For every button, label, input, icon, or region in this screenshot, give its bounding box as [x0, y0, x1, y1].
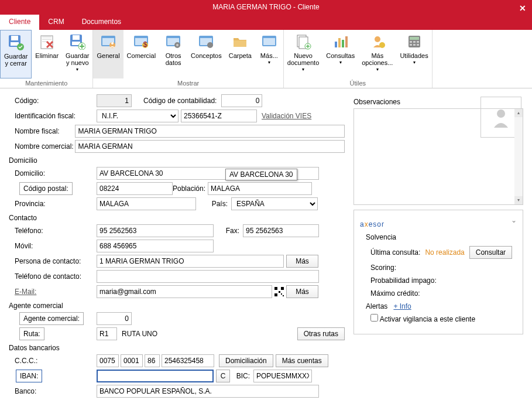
tab-documentos[interactable]: Documentos — [73, 15, 130, 30]
conceptos-button[interactable]: Conceptos — [187, 30, 225, 78]
tab-crm[interactable]: CRM — [39, 15, 73, 30]
mas-cuentas-button[interactable]: Más cuentas — [276, 354, 328, 367]
mas-button[interactable]: Más...▾ — [255, 30, 283, 78]
eliminar-button[interactable]: Eliminar — [32, 30, 62, 78]
ribbon: Guardar y cerrar Eliminar Guardar y nuev… — [0, 30, 532, 88]
mas-email-button[interactable]: Más — [286, 285, 318, 298]
vigilancia-label: Activar vigilancia a este cliente — [380, 315, 475, 323]
tab-cliente[interactable]: Cliente — [0, 15, 39, 30]
persona-contacto-label: Persona de contacto: — [9, 257, 97, 265]
telefono-input[interactable] — [97, 224, 214, 237]
fax-input[interactable] — [243, 224, 319, 237]
svg-rect-31 — [338, 38, 341, 47]
info-link[interactable]: + Info — [393, 302, 411, 310]
iban-input[interactable] — [97, 370, 214, 382]
poblacion-label: Población: — [173, 184, 208, 193]
email-label-link[interactable]: E-Mail: — [15, 288, 36, 296]
svg-point-20 — [176, 44, 179, 46]
movil-label: Móvil: — [9, 242, 97, 250]
ultima-consulta-label: Última consulta: — [370, 248, 420, 257]
codigo-postal-button[interactable]: Código postal: — [19, 182, 73, 195]
qr-icon[interactable] — [274, 287, 284, 296]
chevron-down-icon[interactable]: ⌄ — [511, 216, 517, 224]
provincia-label: Provincia: — [9, 200, 97, 208]
observaciones-textarea[interactable]: ▴ ▾ — [353, 108, 523, 205]
scrollbar[interactable]: ▴ ▾ — [514, 109, 523, 204]
iban-label-button[interactable]: IBAN: — [16, 370, 42, 382]
cp-input[interactable] — [97, 182, 173, 195]
consultas-button[interactable]: Consultas▾ — [322, 30, 358, 78]
ccc3-input[interactable] — [145, 354, 160, 367]
ruta-button[interactable]: Ruta: — [19, 327, 44, 340]
nombre-fiscal-input[interactable] — [75, 125, 345, 138]
movil-input[interactable] — [97, 240, 214, 252]
otras-rutas-button[interactable]: Otras rutas — [297, 327, 345, 340]
ccc2-input[interactable] — [121, 354, 143, 367]
ruta-code-input[interactable] — [97, 327, 117, 340]
comercial-button[interactable]: $ Comercial — [123, 30, 160, 78]
ccc4-input[interactable] — [162, 354, 214, 367]
bic-input[interactable] — [253, 370, 312, 382]
cod-contabilidad-label: Código de contabilidad: — [143, 97, 217, 105]
utilidades-button[interactable]: Utilidades▾ — [396, 30, 431, 78]
agente-button[interactable]: Agente comercial: — [19, 312, 84, 325]
mas-opciones-button[interactable]: Más opciones...▾ — [358, 30, 396, 78]
alertas-label: Alertas — [366, 302, 387, 310]
main-tabs: Cliente CRM Documentos — [0, 15, 532, 30]
nif-input[interactable] — [181, 110, 257, 122]
svg-rect-26 — [263, 38, 275, 45]
vies-link[interactable]: Validación VIES — [262, 112, 311, 120]
tel-contacto-input[interactable] — [97, 270, 319, 283]
pais-select[interactable]: ESPAÑA — [231, 197, 318, 210]
persona-contacto-input[interactable] — [97, 255, 284, 268]
vigilancia-checkbox[interactable] — [370, 314, 378, 322]
max-credito-label: Máximo crédito: — [370, 289, 517, 298]
c-button[interactable]: C — [216, 370, 230, 382]
nif-type-select[interactable]: N.I.F. — [97, 110, 179, 122]
scoring-label: Scoring: — [370, 264, 517, 272]
scroll-up-icon[interactable]: ▴ — [514, 109, 523, 117]
provincia-input[interactable] — [97, 197, 196, 210]
svg-rect-39 — [413, 41, 416, 43]
nombre-fiscal-label: Nombre fiscal: — [9, 127, 75, 135]
no-realizada-text: No realizada — [425, 248, 464, 257]
ccc1-input[interactable] — [97, 354, 119, 367]
otros-datos-button[interactable]: Otros datos — [159, 30, 187, 78]
ccc-label: C.C.C.: — [9, 357, 97, 365]
consultar-button[interactable]: Consultar — [469, 246, 512, 259]
codigo-input[interactable] — [97, 94, 132, 107]
comercial-icon: $ — [132, 32, 150, 51]
svg-rect-38 — [410, 41, 412, 43]
domicilio-heading: Domicilio — [9, 156, 345, 165]
fax-label: Fax: — [214, 227, 243, 235]
cod-contabilidad-input[interactable] — [221, 94, 262, 107]
general-button[interactable]: General — [93, 30, 123, 78]
prob-impago-label: Probabilidad impago: — [370, 276, 517, 285]
carpeta-button[interactable]: Carpeta — [225, 30, 255, 78]
tel-contacto-label: Teléfono de contacto: — [9, 272, 97, 281]
domicilio-tooltip: AV BARCELONA 30 — [225, 169, 297, 180]
mas-persona-button[interactable]: Más — [286, 255, 318, 268]
nuevo-documento-button[interactable]: Nuevo documento▾ — [284, 30, 322, 78]
consultas-icon — [331, 32, 350, 51]
agente-input[interactable] — [97, 312, 132, 325]
svg-point-34 — [375, 36, 380, 42]
mas-icon — [260, 32, 279, 51]
email-input[interactable] — [97, 285, 272, 298]
svg-rect-37 — [410, 37, 419, 40]
domiciliacion-button[interactable]: Domiciliación — [219, 354, 273, 367]
bic-label: BIC: — [230, 372, 253, 380]
banco-input[interactable] — [97, 385, 319, 398]
nombre-comercial-input[interactable] — [75, 140, 345, 153]
close-icon[interactable]: ✕ — [519, 1, 526, 16]
mantenimiento-group-label: Mantenimiento — [0, 78, 92, 88]
save-close-icon — [6, 33, 25, 52]
scroll-down-icon[interactable]: ▾ — [514, 196, 523, 204]
guardar-cerrar-button[interactable]: Guardar y cerrar — [0, 30, 32, 78]
guardar-nuevo-button[interactable]: Guardar y nuevo▾ — [62, 30, 92, 78]
codigo-label: Código: — [9, 97, 97, 105]
svg-point-35 — [379, 42, 385, 48]
poblacion-input[interactable] — [208, 182, 312, 195]
titlebar: MARIA GERMAN TRIGO - Cliente ✕ — [0, 0, 532, 15]
bancarios-heading: Datos bancarios — [9, 344, 345, 352]
